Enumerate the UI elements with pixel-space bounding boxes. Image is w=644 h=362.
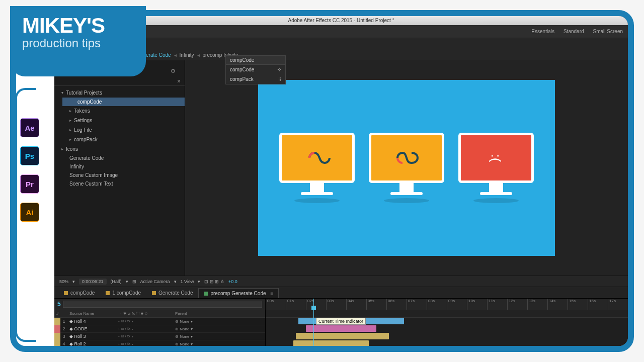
comp-canvas: :( [258,80,555,256]
layer-search-input[interactable] [63,301,262,308]
premiere-icon: Pr [20,174,39,194]
camera-dropdown[interactable]: Active Camera [140,279,170,284]
workspace-small-screen[interactable]: Small Screen [593,29,623,34]
timeline-panel[interactable]: 5 # Source Name ⬩ ✱ ⧄ fx ⬚ ⬢ ⬡ Parent 1◆… [54,299,628,352]
current-time-display[interactable]: 5 [57,301,61,308]
compcode-floating-panel[interactable]: compCode compCode✧ compPack⁝⁝ [225,55,286,84]
timeline-tracks[interactable]: 00s01s02s03s04s05s06s07s08s09s10s11s12s1… [266,299,628,352]
timeline-layer[interactable]: 4◆ Roll 2⬩ ⧄ / fx ▾⊚ None ▾ [54,340,265,348]
panel-close-bar[interactable] [54,79,185,86]
workspace-switcher[interactable]: Essentials Standard Small Screen [531,29,623,34]
tree-item[interactable]: Infinity [54,162,185,171]
cti-tooltip: Current Time Indicator [316,318,366,325]
tree-item[interactable]: Generate Code [54,154,185,162]
monitor-graphic-2 [369,133,444,203]
tree-item[interactable]: compCode [62,98,185,106]
tree-item[interactable]: Scene Custom Text [54,179,185,188]
panel-settings-icon[interactable]: ⚙ [171,68,178,74]
compcode-tree[interactable]: Tutorial Projects compCode Tokens Settin… [54,86,185,190]
tree-group-icons[interactable]: Icons [54,144,185,154]
tree-item[interactable]: Tokens [62,106,185,116]
timeline-tab[interactable]: 1 compCode [100,288,146,298]
photoshop-icon: Ps [20,146,39,165]
app-icon-rail: Ae Ps Pr Ai [11,88,40,342]
timeline-layer[interactable]: 1◆ Roll 4⬩ ⧄ / fx ▾⊚ None ▾ [54,318,265,325]
timeline-tab[interactable]: compCode [58,288,100,298]
viewer-controls-bar[interactable]: 50% ▾ 0:00:06:21 (Half)▾ ⊞ Active Camera… [54,276,628,287]
time-ruler[interactable]: 00s01s02s03s04s05s06s07s08s09s10s11s12s1… [266,299,628,310]
illustrator-icon: Ai [20,203,39,222]
timeline-layer[interactable]: 3◆ Roll 3⬩ ⧄ / fx ▾⊚ None ▾ [54,333,265,340]
sad-face-icon: :( [488,154,504,162]
timecode-display[interactable]: 0:00:06:21 [79,279,107,285]
tree-item[interactable]: Log File [62,125,185,135]
timeline-tabs[interactable]: compCode 1 compCode Generate Code precom… [54,287,628,299]
tree-item[interactable]: Settings [62,116,185,125]
layer-column-headers: # Source Name ⬩ ✱ ⧄ fx ⬚ ⬢ ⬡ Parent [54,310,265,318]
timeline-layer[interactable]: 5◆ Null⬩ ⧄ / fx ▾⊚ 13. Leg ▾ [54,348,265,352]
timeline-tab-active[interactable]: precomp Generate Code≡ [198,288,279,298]
resolution-dropdown[interactable]: (Half) [111,279,122,284]
playhead[interactable] [313,299,314,352]
brand-title: MIKEY'S [22,15,134,36]
workspace-standard[interactable]: Standard [564,29,584,34]
workspace-essentials[interactable]: Essentials [531,29,554,34]
tree-item[interactable]: compPack [62,135,185,144]
zoom-dropdown[interactable]: 50% [59,279,68,284]
compcode-panel[interactable]: COMPCODE ⚙ Tutorial Projects compCode To… [54,60,185,276]
tree-group-tutorial-projects[interactable]: Tutorial Projects [54,88,185,98]
composition-viewer[interactable]: :( [185,60,628,276]
exposure-control[interactable]: +0.0 [228,279,237,284]
timeline-layer[interactable]: 2◆ CODE⬩ ⧄ / fx ▾⊚ None ▾ [54,325,265,333]
brand-subtitle: production tips [22,36,134,50]
after-effects-icon: Ae [20,118,39,137]
tree-item[interactable]: Scene Custom Image [54,171,185,179]
views-dropdown[interactable]: 1 View [181,279,194,284]
brand-badge: MIKEY'S production tips [10,6,146,76]
timeline-tab[interactable]: Generate Code [146,288,198,298]
compcode-run-button[interactable]: compCode✧ [226,65,285,74]
comppack-run-button[interactable]: compPack⁝⁝ [226,74,285,84]
monitor-graphic-3: :( [458,133,534,203]
monitor-graphic-1 [279,133,355,203]
